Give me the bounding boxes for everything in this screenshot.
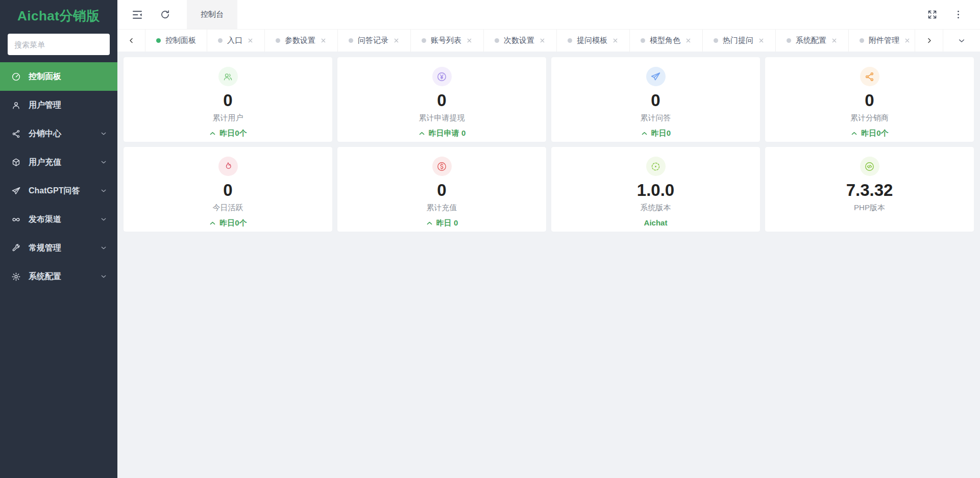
stat-footer: 昨日0 (641, 129, 671, 138)
cube-icon (11, 158, 21, 167)
stat-footer-text: 昨日 0 (436, 218, 458, 228)
sidebar-item-label: 发布渠道 (29, 214, 61, 225)
paper-plane-icon (646, 67, 666, 86)
sidebar-item-1[interactable]: 用户管理 (0, 91, 117, 119)
close-icon[interactable] (758, 37, 765, 44)
chevron-down-icon (100, 159, 107, 166)
stat-label: 今日活跃 (213, 203, 243, 213)
stat-footer: 昨日0个 (209, 129, 247, 138)
tab-item-2[interactable]: 参数设置 (265, 30, 338, 52)
sidebar-item-5[interactable]: 发布渠道 (0, 205, 117, 234)
tab-label: 控制面板 (165, 36, 196, 45)
tab-label: 提问模板 (577, 36, 607, 45)
stat-footer: 昨日申请 0 (418, 129, 466, 138)
sidebar-item-6[interactable]: 常规管理 (0, 234, 117, 262)
sidebar-item-0[interactable]: 控制面板 (0, 62, 117, 91)
close-icon[interactable] (320, 37, 327, 44)
tabs-scroll-right-button[interactable] (915, 30, 943, 52)
stat-footer-text: 昨日0个 (219, 218, 247, 228)
aim-icon (646, 157, 666, 176)
tabs-dropdown-button[interactable] (943, 30, 980, 52)
header-actions (927, 9, 980, 20)
sidebar-item-7[interactable]: 系统配置 (0, 262, 117, 291)
stat-card-3: 0累计分销商昨日0个 (765, 57, 974, 142)
close-icon[interactable] (612, 37, 619, 44)
tab-status-dot (276, 38, 280, 43)
sidebar-item-2[interactable]: 分销中心 (0, 119, 117, 148)
tab-item-3[interactable]: 问答记录 (338, 30, 411, 52)
top-header: 控制台 (117, 0, 980, 29)
stat-value: 1.0.0 (637, 181, 674, 200)
sidebar: Aichat分销版 控制面板用户管理分销中心用户充值ChatGPT问答发布渠道常… (0, 0, 117, 478)
sidebar-menu: 控制面板用户管理分销中心用户充值ChatGPT问答发布渠道常规管理系统配置 (0, 62, 117, 291)
stat-card-2: 0累计问答昨日0 (551, 57, 760, 142)
close-icon[interactable] (831, 37, 838, 44)
user-icon (11, 100, 21, 110)
stat-label: 累计用户 (213, 113, 243, 123)
stat-footer-text: 昨日申请 0 (429, 129, 466, 138)
fullscreen-icon[interactable] (927, 9, 938, 20)
tab-item-0[interactable]: 控制面板 (145, 30, 207, 52)
menu-fold-icon[interactable] (131, 9, 143, 21)
tab-item-8[interactable]: 热门提问 (703, 30, 776, 52)
close-icon[interactable] (904, 37, 911, 44)
tab-label: 模型角色 (650, 36, 680, 45)
gear-icon (11, 272, 21, 282)
close-icon[interactable] (247, 37, 254, 44)
chevron-down-icon (100, 273, 107, 280)
tab-item-6[interactable]: 提问模板 (557, 30, 630, 52)
tab-label: 账号列表 (431, 36, 461, 45)
close-icon[interactable] (393, 37, 400, 44)
refresh-icon[interactable] (160, 9, 170, 20)
stat-label: 系统版本 (641, 203, 671, 213)
tab-label: 附件管理 (869, 36, 899, 45)
tabs-scroll-left-button[interactable] (117, 30, 145, 52)
stat-footer: 昨日 0 (426, 218, 458, 228)
tab-status-dot (495, 38, 499, 43)
tab-label: 次数设置 (504, 36, 534, 45)
stat-label: 累计申请提现 (419, 113, 465, 123)
stat-footer: Aichat (644, 218, 668, 227)
sidebar-item-4[interactable]: ChatGPT问答 (0, 177, 117, 205)
sidebar-item-label: 控制面板 (29, 71, 61, 82)
chevron-down-icon (100, 187, 107, 194)
tab-item-9[interactable]: 系统配置 (776, 30, 849, 52)
stat-card-7: 7.3.32PHP版本 (765, 147, 974, 232)
sidebar-item-label: 用户管理 (29, 100, 61, 111)
stat-value: 0 (437, 91, 446, 110)
stat-value: 7.3.32 (846, 181, 893, 200)
console-tab-label: 控制台 (201, 10, 224, 19)
tab-item-5[interactable]: 次数设置 (484, 30, 557, 52)
menu-search-input[interactable] (8, 34, 110, 55)
share-icon (860, 67, 879, 86)
sidebar-search (0, 32, 117, 60)
tab-label: 参数设置 (285, 36, 315, 45)
kebab-menu-icon[interactable] (953, 9, 964, 20)
console-tab[interactable]: 控制台 (187, 0, 237, 29)
close-icon[interactable] (539, 37, 546, 44)
tab-item-10[interactable]: 附件管理 (849, 30, 915, 52)
tab-label: 系统配置 (796, 36, 826, 45)
stat-footer-text: 昨日0 (651, 129, 671, 138)
chevron-up-icon (209, 130, 216, 137)
chevron-up-icon (641, 130, 648, 137)
stat-footer-text: 昨日0个 (861, 129, 888, 138)
close-icon[interactable] (685, 37, 692, 44)
stat-footer-text: Aichat (644, 218, 668, 227)
tab-status-dot (641, 38, 645, 43)
sidebar-item-label: 用户充值 (29, 157, 61, 168)
close-icon[interactable] (466, 37, 473, 44)
tab-item-1[interactable]: 入口 (207, 30, 265, 52)
page-content: 0累计用户昨日0个0累计申请提现昨日申请 00累计问答昨日00累计分销商昨日0个… (117, 52, 980, 478)
tab-status-dot (787, 38, 791, 43)
tab-status-dot (218, 38, 223, 43)
tab-label: 问答记录 (358, 36, 388, 45)
stat-card-5: 0累计充值昨日 0 (337, 147, 546, 232)
tab-item-4[interactable]: 账号列表 (411, 30, 484, 52)
stat-card-1: 0累计申请提现昨日申请 0 (337, 57, 546, 142)
stats-grid: 0累计用户昨日0个0累计申请提现昨日申请 00累计问答昨日00累计分销商昨日0个… (117, 52, 980, 237)
sidebar-item-3[interactable]: 用户充值 (0, 148, 117, 177)
tab-item-7[interactable]: 模型角色 (630, 30, 703, 52)
tab-status-dot (156, 38, 161, 43)
stat-label: 累计充值 (427, 203, 457, 213)
